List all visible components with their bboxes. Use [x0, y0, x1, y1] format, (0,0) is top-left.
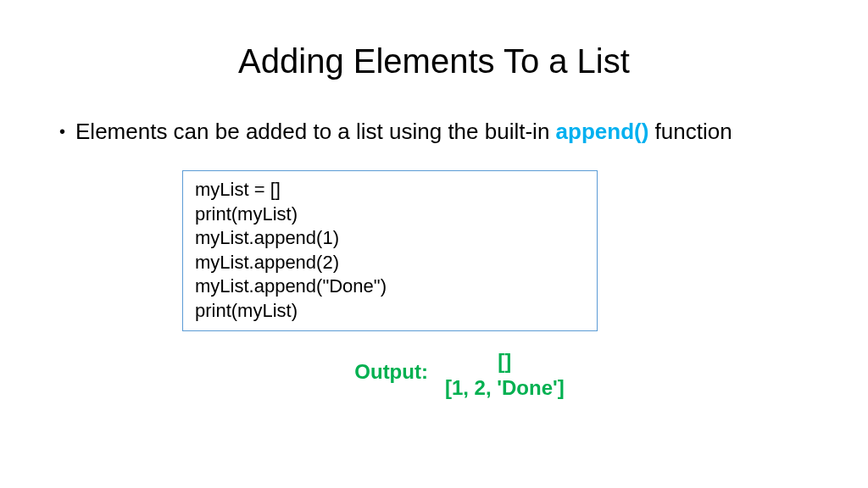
bullet-item: • Elements can be added to a list using … — [59, 119, 817, 145]
bullet-dot-icon: • — [59, 122, 65, 141]
code-line: myList.append(1) — [195, 226, 585, 251]
code-line: myList.append(2) — [195, 251, 585, 275]
bullet-text: Elements can be added to a list using th… — [75, 119, 732, 145]
code-line: myList = [] — [195, 178, 585, 202]
output-line: [] — [445, 348, 565, 374]
output-values: [] [1, 2, 'Done'] — [445, 348, 565, 401]
code-line: print(myList) — [195, 299, 585, 324]
bullet-text-post: function — [648, 119, 732, 144]
slide-title: Adding Elements To a List — [51, 42, 817, 80]
bullet-text-pre: Elements can be added to a list using th… — [75, 119, 556, 144]
code-line: myList.append("Done") — [195, 274, 585, 299]
bullet-highlight: append() — [556, 119, 649, 144]
code-line: print(myList) — [195, 202, 585, 227]
output-line: [1, 2, 'Done'] — [445, 374, 565, 401]
output-section: Output: [] [1, 2, 'Done'] — [51, 348, 817, 401]
output-label: Output: — [354, 360, 428, 384]
code-block: myList = [] print(myList) myList.append(… — [182, 170, 598, 331]
